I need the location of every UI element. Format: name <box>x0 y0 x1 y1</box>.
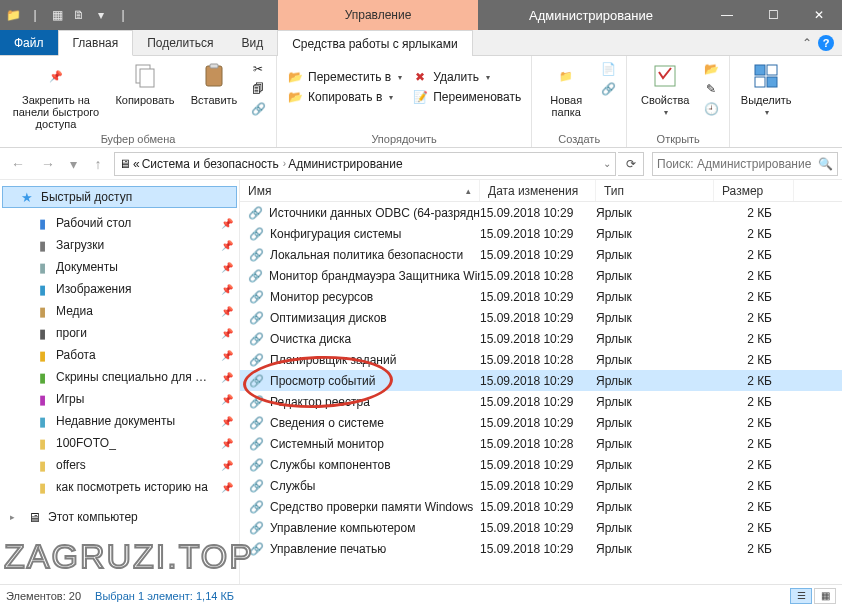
sidebar-item[interactable]: ▮Изображения📌 <box>0 278 239 300</box>
sidebar-item[interactable]: ▮как посмотреть историю на📌 <box>0 476 239 498</box>
breadcrumb-item-0[interactable]: Система и безопасность› <box>142 157 286 171</box>
file-row[interactable]: 🔗Сведения о системе15.09.2018 10:29Ярлык… <box>240 412 842 433</box>
folder-icon: ▮ <box>34 391 50 407</box>
sidebar-item[interactable]: ▮Скрины специально для …📌 <box>0 366 239 388</box>
file-row[interactable]: 🔗Управление печатью15.09.2018 10:29Ярлык… <box>240 538 842 559</box>
edit-button[interactable]: ✎ <box>699 80 723 98</box>
file-row[interactable]: 🔗Редактор реестра15.09.2018 10:29Ярлык2 … <box>240 391 842 412</box>
sidebar-quick-access[interactable]: ★ Быстрый доступ <box>2 186 237 208</box>
file-name: Управление печатью <box>270 542 386 556</box>
shortcut-icon: 🔗 <box>248 310 264 326</box>
sidebar-item[interactable]: ▮Недавние документы📌 <box>0 410 239 432</box>
new-item-icon: 📄 <box>600 61 616 77</box>
search-input[interactable] <box>657 157 814 171</box>
sidebar-item[interactable]: ▮Игры📌 <box>0 388 239 410</box>
easy-access-button[interactable]: 🔗 <box>596 80 620 98</box>
file-row[interactable]: 🔗Очистка диска15.09.2018 10:29Ярлык2 КБ <box>240 328 842 349</box>
file-row[interactable]: 🔗Монитор ресурсов15.09.2018 10:29Ярлык2 … <box>240 286 842 307</box>
file-row[interactable]: 🔗Средство проверки памяти Windows15.09.2… <box>240 496 842 517</box>
qat-dropdown-icon[interactable]: ▾ <box>92 6 110 24</box>
sort-asc-icon: ▴ <box>466 186 471 196</box>
file-row[interactable]: 🔗Оптимизация дисков15.09.2018 10:29Ярлык… <box>240 307 842 328</box>
tab-file[interactable]: Файл <box>0 30 58 55</box>
breadcrumb[interactable]: 🖥 « Система и безопасность› Администриро… <box>114 152 616 176</box>
cut-button[interactable]: ✂ <box>246 60 270 78</box>
tab-home[interactable]: Главная <box>58 30 134 56</box>
history-button[interactable]: 🕘 <box>699 100 723 118</box>
address-bar: ← → ▾ ↑ 🖥 « Система и безопасность› Адми… <box>0 148 842 180</box>
folder-icon[interactable]: 📁 <box>4 6 22 24</box>
file-row[interactable]: 🔗Конфигурация системы15.09.2018 10:29Ярл… <box>240 223 842 244</box>
move-to-button[interactable]: 📂Переместить в▾ <box>283 68 406 86</box>
close-button[interactable]: ✕ <box>796 0 842 30</box>
help-icon[interactable]: ? <box>818 35 834 51</box>
paste-shortcut-button[interactable]: 🔗 <box>246 100 270 118</box>
file-row[interactable]: 🔗Службы15.09.2018 10:29Ярлык2 КБ <box>240 475 842 496</box>
file-name: Планировщик заданий <box>270 353 396 367</box>
group-select: Выделить▾ <box>730 56 802 147</box>
qat-divider: | <box>26 6 44 24</box>
sidebar-item[interactable]: ▮Рабочий стол📌 <box>0 212 239 234</box>
file-name: Службы компонентов <box>270 458 391 472</box>
sidebar-item[interactable]: ▮проги📌 <box>0 322 239 344</box>
breadcrumb-prefix[interactable]: « <box>133 157 140 171</box>
sidebar-item[interactable]: ▮Работа📌 <box>0 344 239 366</box>
refresh-button[interactable]: ⟳ <box>618 152 644 176</box>
pin-icon: 📌 <box>221 482 233 493</box>
file-row[interactable]: 🔗Системный монитор15.09.2018 10:28Ярлык2… <box>240 433 842 454</box>
new-item-button[interactable]: 📄 <box>596 60 620 78</box>
recent-locations-button[interactable]: ▾ <box>64 152 82 176</box>
file-row[interactable]: 🔗Источники данных ODBC (64-разрядн…15.09… <box>240 202 842 223</box>
file-row[interactable]: 🔗Монитор брандмауэра Защитника Win…15.09… <box>240 265 842 286</box>
easy-access-icon: 🔗 <box>600 81 616 97</box>
file-row[interactable]: 🔗Управление компьютером15.09.2018 10:29Я… <box>240 517 842 538</box>
content-area: ★ Быстрый доступ ▮Рабочий стол📌▮Загрузки… <box>0 180 842 584</box>
column-size[interactable]: Размер <box>714 180 794 201</box>
column-date[interactable]: Дата изменения <box>480 180 596 201</box>
up-button[interactable]: ↑ <box>84 152 112 176</box>
back-button[interactable]: ← <box>4 152 32 176</box>
select-all-button[interactable]: Выделить▾ <box>736 58 796 117</box>
sidebar-this-pc[interactable]: ▸ 🖥 Этот компьютер <box>0 506 239 528</box>
rename-button[interactable]: 📝Переименовать <box>408 88 525 106</box>
forward-button[interactable]: → <box>34 152 62 176</box>
copy-to-button[interactable]: 📂Копировать в▾ <box>283 88 406 106</box>
column-type[interactable]: Тип <box>596 180 714 201</box>
properties-button[interactable]: Свойства▾ <box>633 58 697 117</box>
sidebar-item-label: Рабочий стол <box>56 216 131 230</box>
file-row[interactable]: 🔗Планировщик заданий15.09.2018 10:28Ярлы… <box>240 349 842 370</box>
pin-to-quick-access-button[interactable]: 📌 Закрепить на панели быстрого доступа <box>6 58 106 130</box>
new-file-icon[interactable]: 🗎 <box>70 6 88 24</box>
view-large-icons-button[interactable]: ▦ <box>814 588 836 604</box>
group-clipboard: 📌 Закрепить на панели быстрого доступа К… <box>0 56 277 147</box>
copypath-button[interactable]: 🗐 <box>246 80 270 98</box>
sidebar-item[interactable]: ▮100FOTO_📌 <box>0 432 239 454</box>
sidebar-item[interactable]: ▮Документы📌 <box>0 256 239 278</box>
sidebar-item[interactable]: ▮Медиа📌 <box>0 300 239 322</box>
search-icon[interactable]: 🔍 <box>818 157 833 171</box>
maximize-button[interactable]: ☐ <box>750 0 796 30</box>
column-name[interactable]: Имя▴ <box>240 180 480 201</box>
properties-icon[interactable]: ▦ <box>48 6 66 24</box>
file-row[interactable]: 🔗Просмотр событий15.09.2018 10:29Ярлык2 … <box>240 370 842 391</box>
file-row[interactable]: 🔗Локальная политика безопасности15.09.20… <box>240 244 842 265</box>
breadcrumb-dropdown-icon[interactable]: ⌄ <box>603 158 611 169</box>
open-button[interactable]: 📂 <box>699 60 723 78</box>
delete-button[interactable]: ✖Удалить▾ <box>408 68 525 86</box>
search-box[interactable]: 🔍 <box>652 152 838 176</box>
breadcrumb-root-icon[interactable]: 🖥 <box>119 157 131 171</box>
breadcrumb-item-1[interactable]: Администрирование <box>288 157 402 171</box>
tab-view[interactable]: Вид <box>227 30 277 55</box>
paste-button[interactable]: Вставить <box>184 58 244 106</box>
tab-share[interactable]: Поделиться <box>133 30 227 55</box>
file-row[interactable]: 🔗Службы компонентов15.09.2018 10:29Ярлык… <box>240 454 842 475</box>
tab-shortcut-tools[interactable]: Средства работы с ярлыками <box>277 30 472 56</box>
sidebar-item[interactable]: ▮offers📌 <box>0 454 239 476</box>
sidebar-item[interactable]: ▮Загрузки📌 <box>0 234 239 256</box>
copy-button[interactable]: Копировать <box>108 58 182 106</box>
minimize-button[interactable]: — <box>704 0 750 30</box>
folder-icon: ▮ <box>34 325 50 341</box>
view-details-button[interactable]: ☰ <box>790 588 812 604</box>
collapse-ribbon-icon[interactable]: ⌃ <box>802 36 812 50</box>
new-folder-button[interactable]: 📁 Новая папка <box>538 58 594 118</box>
